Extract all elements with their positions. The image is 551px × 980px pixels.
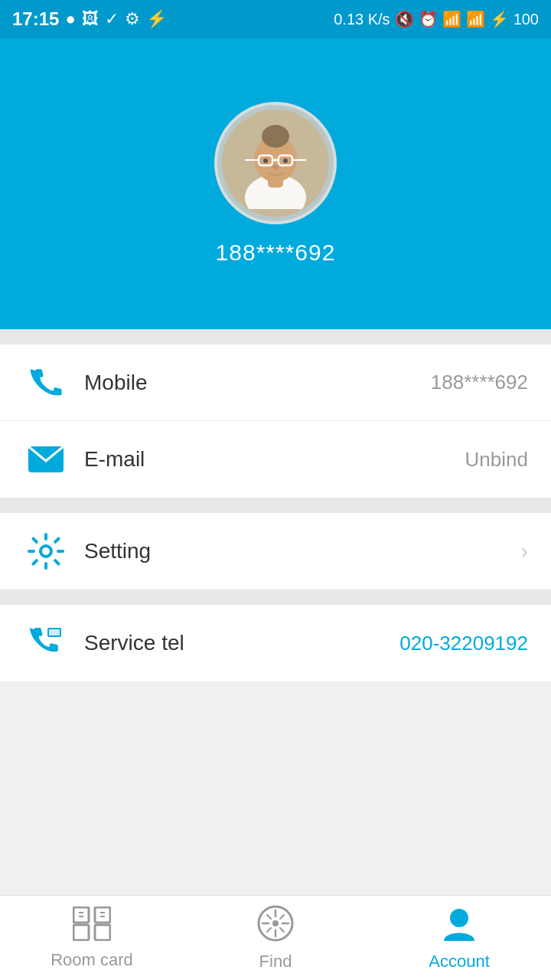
service-tel-label: Service tel — [84, 631, 399, 655]
svg-point-13 — [272, 165, 279, 169]
photo-icon: 🖼 — [82, 9, 99, 29]
status-bar: 17:15 ● 🖼 ✓ ⚙ ⚡ 0.13 K/s 🔇 ⏰ 📶 📶 ⚡ 100 — [0, 0, 551, 38]
account-icon — [440, 904, 478, 946]
svg-line-32 — [267, 915, 271, 919]
nav-find-label: Find — [259, 952, 292, 972]
svg-line-33 — [280, 928, 284, 932]
nav-account-label: Account — [429, 952, 490, 972]
svg-point-11 — [263, 158, 268, 163]
service-tel-list-item[interactable]: Service tel 020-32209192 — [0, 605, 551, 681]
battery-icon: ⚡ — [490, 10, 509, 28]
nav-room-card[interactable]: Room card — [15, 896, 168, 980]
svg-point-36 — [450, 909, 468, 927]
svg-point-12 — [283, 158, 288, 163]
svg-line-34 — [280, 915, 284, 919]
data-speed: 0.13 K/s — [334, 11, 390, 28]
svg-line-35 — [267, 928, 271, 932]
wifi-icon: 📶 — [442, 10, 461, 28]
mobile-value: 188****692 — [431, 371, 528, 394]
svg-point-5 — [268, 126, 283, 139]
settings-icon — [23, 533, 69, 570]
status-right: 0.13 K/s 🔇 ⏰ 📶 📶 ⚡ 100 — [334, 10, 539, 28]
nav-room-card-label: Room card — [51, 950, 133, 970]
setting-label: Setting — [84, 539, 514, 564]
account-list-section: Mobile 188****692 E-mail Unbind — [0, 345, 551, 498]
svg-rect-18 — [73, 907, 89, 923]
nav-account[interactable]: Account — [383, 896, 536, 980]
check-icon: ✓ — [105, 9, 119, 29]
avatar-svg — [230, 117, 321, 209]
profile-phone: 188****692 — [216, 240, 336, 266]
section-gap-1 — [0, 498, 551, 513]
svg-rect-20 — [73, 925, 89, 940]
svg-rect-17 — [49, 629, 60, 635]
svg-rect-19 — [95, 907, 110, 923]
profile-header: 188****692 — [0, 38, 551, 329]
avatar-inner — [222, 109, 329, 217]
section-gap-2 — [0, 590, 551, 605]
phone-icon — [23, 366, 69, 400]
room-card-icon — [73, 906, 111, 944]
avatar-container — [214, 102, 337, 224]
bottom-navigation: Room card Find A — [0, 895, 551, 980]
mute-icon: 🔇 — [395, 10, 414, 28]
email-label: E-mail — [84, 447, 465, 472]
battery-level: 100 — [514, 11, 539, 28]
email-icon — [23, 446, 69, 473]
email-value: Unbind — [465, 448, 528, 472]
chevron-right-icon: › — [521, 539, 528, 564]
svg-point-15 — [41, 546, 51, 557]
mobile-list-item[interactable]: Mobile 188****692 — [0, 345, 551, 421]
empty-content-area — [0, 681, 551, 880]
status-time: 17:15 — [12, 8, 59, 30]
status-left: 17:15 ● 🖼 ✓ ⚙ ⚡ — [12, 8, 167, 30]
top-divider — [0, 329, 551, 345]
clock-icon: ⏰ — [419, 10, 438, 28]
people-icon: ⚙ — [125, 9, 140, 29]
service-tel-value: 020-32209192 — [399, 632, 528, 655]
email-list-item[interactable]: E-mail Unbind — [0, 421, 551, 498]
setting-list-item[interactable]: Setting › — [0, 513, 551, 590]
svg-point-31 — [272, 920, 279, 926]
service-section: Service tel 020-32209192 — [0, 605, 551, 681]
service-phone-icon — [23, 625, 69, 662]
svg-rect-21 — [95, 925, 110, 940]
mobile-label: Mobile — [84, 371, 431, 395]
message-icon: ● — [65, 9, 75, 29]
find-icon — [256, 904, 295, 946]
signal-icon: 📶 — [466, 10, 485, 28]
usb-icon: ⚡ — [146, 9, 167, 29]
nav-find[interactable]: Find — [199, 896, 352, 980]
setting-section: Setting › — [0, 513, 551, 590]
